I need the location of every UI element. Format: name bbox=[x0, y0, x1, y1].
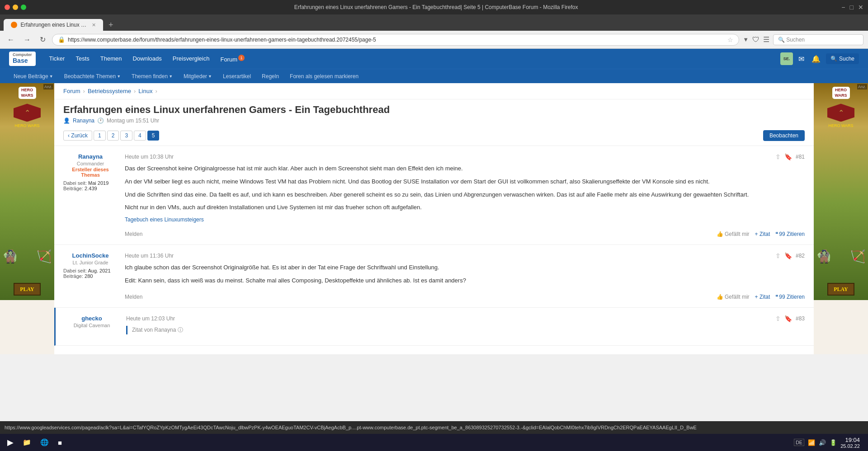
bookmark-icon[interactable]: ☆ bbox=[727, 36, 733, 43]
diary-link[interactable]: Tagebuch eines Linuxumsteigers bbox=[125, 216, 204, 223]
breadcrumb-forum[interactable]: Forum bbox=[63, 88, 80, 94]
page-5-button[interactable]: 5 bbox=[147, 131, 160, 141]
taskbar-app[interactable]: ■ bbox=[54, 437, 66, 448]
ad-text-right: HERO WARS bbox=[828, 123, 853, 128]
author-name-lochinsocke[interactable]: LochinSocke bbox=[63, 252, 118, 259]
extensions-button[interactable]: ▼ bbox=[743, 36, 749, 43]
page-wrapper: HEROWARS ⌃ HERO WARS 🧌 🏹 PLAY Anz. Forum… bbox=[0, 83, 868, 354]
post-actions-81: ⇧ 🔖 #81 bbox=[775, 153, 805, 160]
sub-nav-beobachtete-themen[interactable]: Beobachtete Themen ▼ bbox=[60, 71, 125, 81]
close-dot[interactable] bbox=[5, 5, 10, 10]
dropdown-icon: ▼ bbox=[49, 74, 53, 79]
tab-bar: Erfahrungen eines Linux u... ✕ + bbox=[0, 14, 868, 31]
page-3-button[interactable]: 3 bbox=[120, 131, 132, 141]
bookmark-button-83[interactable]: 🔖 bbox=[784, 315, 792, 322]
nav-downloads[interactable]: Downloads bbox=[128, 52, 166, 65]
thread-title: Erfahrungen eines Linux unerfahrenen Gam… bbox=[63, 104, 805, 116]
melden-button-81[interactable]: Melden bbox=[125, 231, 142, 237]
minimize-dot[interactable] bbox=[13, 5, 18, 10]
breadcrumb-linux[interactable]: Linux bbox=[138, 88, 152, 94]
shield-button[interactable]: 🛡 bbox=[752, 36, 760, 44]
bookmark-button-81[interactable]: 🔖 bbox=[784, 153, 792, 160]
taskbar-start[interactable]: ▶ bbox=[4, 436, 17, 449]
quote-block-83: Zitat von Ranayna ⓘ bbox=[126, 326, 805, 334]
search-button[interactable]: 🔍 Suche bbox=[826, 53, 859, 64]
hero-wars-ad-left[interactable]: HEROWARS ⌃ HERO WARS 🧌 🏹 PLAY Anz. bbox=[0, 83, 54, 300]
zitieren-button-82[interactable]: ❝ 99 Zitieren bbox=[775, 294, 805, 300]
nav-themen[interactable]: Themen bbox=[96, 52, 127, 65]
posts-label-ranayna: Beiträge: bbox=[63, 186, 83, 191]
menu-button[interactable]: ☰ bbox=[763, 35, 769, 44]
zitat-button-82[interactable]: + Zitat bbox=[755, 294, 770, 300]
nav-ticker[interactable]: Ticker bbox=[45, 52, 70, 65]
share-button-83[interactable]: ⇧ bbox=[775, 315, 781, 322]
nav-tests[interactable]: Tests bbox=[71, 52, 94, 65]
browser-title: Erfahrungen eines Linux unerfahrenen Gam… bbox=[31, 4, 841, 10]
thread-author[interactable]: Ranayna bbox=[73, 117, 94, 124]
close-icon[interactable]: ✕ bbox=[858, 4, 863, 11]
address-text: https://www.computerbase.de/forum/thread… bbox=[68, 37, 725, 43]
clock-date: 25.02.22 bbox=[840, 443, 860, 449]
page-4-button[interactable]: 4 bbox=[134, 131, 146, 141]
sub-nav-regeln[interactable]: Regeln bbox=[257, 71, 283, 81]
zitieren-button-81[interactable]: ❝ 99 Zitieren bbox=[775, 231, 805, 237]
minimize-icon[interactable]: − bbox=[841, 4, 845, 11]
status-bar: https://www.googleadservices.com/pagead/… bbox=[0, 421, 868, 434]
breadcrumb-betriebssysteme[interactable]: Betriebssysteme bbox=[88, 88, 131, 94]
taskbar-files[interactable]: 📁 bbox=[19, 437, 35, 448]
address-bar[interactable]: 🔒 https://www.computerbase.de/forum/thre… bbox=[52, 34, 739, 46]
tab-close-button[interactable]: ✕ bbox=[92, 22, 96, 28]
page-2-button[interactable]: 2 bbox=[107, 131, 119, 141]
back-button[interactable]: ← bbox=[5, 34, 17, 46]
site-navigation: Ticker Tests Themen Downloads Preisvergl… bbox=[45, 52, 780, 66]
hero-wars-ad-right[interactable]: HEROWARS ⌃ HERO WARS 🧌 🏹 PLAY Anz. bbox=[814, 83, 868, 300]
post-header-81: Heute um 10:38 Uhr ⇧ 🔖 #81 bbox=[125, 153, 805, 160]
watch-button[interactable]: Beobachten bbox=[763, 130, 805, 141]
share-button-82[interactable]: ⇧ bbox=[775, 252, 781, 259]
user-avatar[interactable]: SE. bbox=[780, 52, 793, 65]
zitat-button-81[interactable]: + Zitat bbox=[755, 231, 770, 237]
new-tab-button[interactable]: + bbox=[106, 19, 116, 31]
bell-icon[interactable]: 🔔 bbox=[810, 53, 822, 65]
melden-button-82[interactable]: Melden bbox=[125, 294, 142, 300]
author-name-ranayna[interactable]: Ranayna bbox=[63, 153, 118, 160]
forward-button[interactable]: → bbox=[21, 34, 33, 46]
like-button-82[interactable]: 👍 Gefällt mir bbox=[717, 294, 750, 300]
play-button-ad-left[interactable]: PLAY bbox=[14, 283, 41, 296]
maximize-dot[interactable] bbox=[21, 5, 26, 10]
like-button-81[interactable]: 👍 Gefällt mir bbox=[717, 231, 750, 237]
site-logo[interactable]: Computer Base bbox=[9, 52, 36, 66]
post-author-lochinsocke: LochinSocke Lt. Junior Grade Dabei seit:… bbox=[63, 252, 118, 300]
ad-right: HEROWARS ⌃ HERO WARS 🧌 🏹 PLAY Anz. bbox=[814, 83, 868, 354]
taskbar-browser[interactable]: 🌐 bbox=[37, 437, 52, 448]
post-content-81: Das der Screenshot keine Originalgroesse… bbox=[125, 164, 805, 212]
reload-button[interactable]: ↻ bbox=[37, 33, 48, 46]
page-1-button[interactable]: 1 bbox=[94, 131, 106, 141]
search-btn-label: Suche bbox=[839, 56, 854, 62]
since-label-ls: Dabei seit: bbox=[63, 268, 87, 273]
active-tab[interactable]: Erfahrungen eines Linux u... ✕ bbox=[4, 19, 103, 31]
search-icon: 🔍 bbox=[778, 37, 786, 43]
sub-nav-themen-finden[interactable]: Themen finden ▼ bbox=[127, 71, 177, 81]
post-time-83: Heute um 12:03 Uhr bbox=[126, 315, 175, 322]
post-time-82: Heute um 11:36 Uhr bbox=[125, 253, 174, 259]
nav-preisvergleich[interactable]: Preisvergleich bbox=[168, 52, 214, 65]
author-name-ghecko[interactable]: ghecko bbox=[65, 315, 119, 322]
sub-nav-mitglieder[interactable]: Mitglieder ▼ bbox=[179, 71, 217, 81]
post-author-ranayna: Ranayna Commander Ersteller dieses Thema… bbox=[63, 153, 118, 237]
mail-icon[interactable]: ✉ bbox=[797, 53, 806, 65]
sub-nav-leserartikel[interactable]: Leserartikel bbox=[218, 71, 255, 81]
bookmark-button-82[interactable]: 🔖 bbox=[784, 252, 792, 259]
sub-nav-neue-beitraege[interactable]: Neue Beiträge ▼ bbox=[9, 71, 58, 81]
post-body-82: Heute um 11:36 Uhr ⇧ 🔖 #82 Ich glaube sc… bbox=[125, 252, 805, 300]
share-button-81[interactable]: ⇧ bbox=[775, 153, 781, 160]
back-page-button[interactable]: ‹ Zurück bbox=[63, 131, 92, 141]
lock-icon: 🔒 bbox=[58, 36, 65, 43]
tab-title: Erfahrungen eines Linux u... bbox=[21, 22, 86, 28]
play-button-ad-right[interactable]: PLAY bbox=[827, 283, 854, 296]
title-bar: Erfahrungen eines Linux unerfahrenen Gam… bbox=[0, 0, 868, 14]
search-bar[interactable]: 🔍 Suchen bbox=[773, 34, 863, 45]
sub-nav-foren-gelesen[interactable]: Foren als gelesen markieren bbox=[285, 71, 363, 81]
nav-forum[interactable]: Forum1 bbox=[216, 52, 249, 66]
restore-icon[interactable]: □ bbox=[850, 4, 854, 11]
